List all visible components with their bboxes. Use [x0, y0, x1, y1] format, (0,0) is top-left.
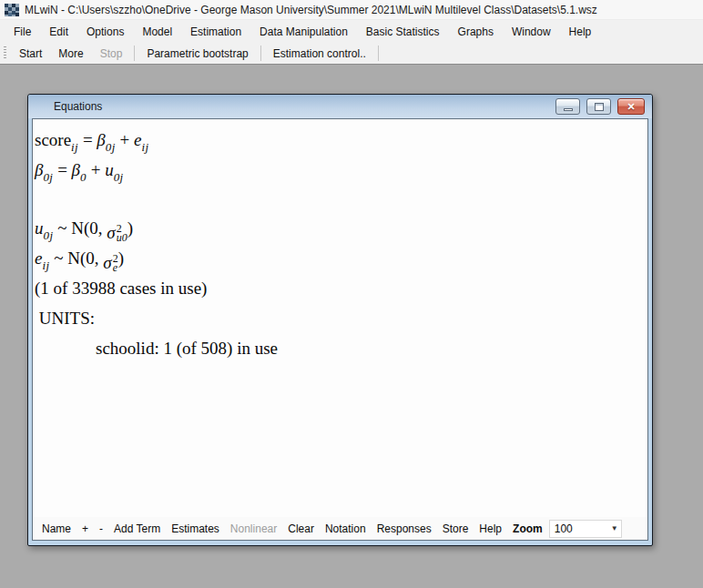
eq-e-distribution[interactable]: eij ~ N(0, σ2e) [35, 243, 644, 273]
menu-help[interactable]: Help [560, 22, 601, 42]
equations-titlebar[interactable]: Equations ✕ [28, 95, 652, 118]
zoom-button[interactable]: Zoom [507, 520, 548, 538]
eq-level2-equation[interactable]: β0j = β0 + u0j [35, 155, 644, 185]
item-button[interactable]: - [94, 520, 108, 538]
eq-level1-equation[interactable]: scoreij = β0j + eij [35, 125, 644, 155]
menu-basic-statistics[interactable]: Basic Statistics [357, 22, 449, 42]
notation-button[interactable]: Notation [320, 520, 372, 538]
app-titlebar[interactable]: MLwiN - C:\Users\szzho\OneDrive - George… [0, 0, 703, 20]
sigma-variance-term: σ2u0 [107, 224, 127, 242]
menu-model[interactable]: Model [133, 22, 181, 42]
sigma-variance-term: σ2e [103, 254, 117, 272]
menu-options[interactable]: Options [77, 22, 133, 42]
maximize-button[interactable] [586, 98, 611, 115]
more-button[interactable]: More [50, 45, 91, 63]
menu-window[interactable]: Window [503, 22, 560, 42]
eq-spacer [35, 185, 644, 213]
equations-window: Equations ✕ scoreij = β0j + eijβ0j = β0 … [27, 94, 653, 546]
eq-cases-in-use: (1 of 33988 cases in use) [35, 273, 644, 303]
help-button[interactable]: Help [474, 520, 507, 538]
eq-units-schoolid: schoolid: 1 (of 508) in use [35, 333, 644, 363]
close-button[interactable]: ✕ [617, 98, 645, 115]
parametric-bootstrap-button[interactable]: Parametric bootstrap [138, 45, 256, 63]
nonlinear-button: Nonlinear [225, 520, 282, 538]
add-term-button[interactable]: Add Term [108, 520, 166, 538]
responses-button[interactable]: Responses [372, 520, 437, 538]
menu-file[interactable]: File [5, 22, 40, 42]
estimation-toolbar: StartMoreStopParametric bootstrapEstimat… [0, 43, 703, 65]
mlwin-app-icon [5, 3, 19, 17]
toolbar-separator [260, 46, 261, 61]
menu-graphs[interactable]: Graphs [449, 22, 503, 42]
estimates-button[interactable]: Estimates [166, 520, 225, 538]
minimize-button[interactable] [555, 98, 580, 115]
equations-window-title: Equations [54, 100, 102, 113]
window-controls: ✕ [555, 98, 645, 115]
dropdown-arrow-icon: ▼ [611, 524, 618, 532]
eq-units-label: UNITS: [35, 303, 644, 333]
toolbar-grip-handle[interactable] [4, 46, 6, 60]
close-icon: ✕ [627, 102, 635, 112]
item-button[interactable]: + [76, 520, 94, 538]
equations-bottom-toolbar: Name+-Add TermEstimatesNonlinearClearNot… [33, 517, 647, 540]
start-button[interactable]: Start [11, 45, 50, 63]
toolbar-separator [134, 46, 135, 61]
screen: MLwiN - C:\Users\szzho\OneDrive - George… [0, 0, 703, 588]
name-button[interactable]: Name [36, 520, 76, 538]
zoom-combobox[interactable]: 100▼ [549, 520, 622, 538]
menubar: FileEditOptionsModelEstimationData Manip… [0, 20, 703, 43]
toolbar-separator [378, 46, 379, 61]
equations-content: scoreij = β0j + eijβ0j = β0 + u0ju0j ~ N… [33, 119, 647, 517]
estimation-control-button[interactable]: Estimation control.. [265, 45, 374, 63]
stop-button: Stop [92, 45, 131, 63]
eq-u-distribution[interactable]: u0j ~ N(0, σ2u0) [35, 213, 644, 243]
app-title: MLwiN - C:\Users\szzho\OneDrive - George… [25, 4, 597, 16]
workspace: Equations ✕ scoreij = β0j + eijβ0j = β0 … [0, 65, 703, 588]
menu-edit[interactable]: Edit [40, 22, 77, 42]
maximize-icon [595, 103, 604, 111]
store-button[interactable]: Store [437, 520, 474, 538]
menu-estimation[interactable]: Estimation [181, 22, 250, 42]
menu-data-manipulation[interactable]: Data Manipulation [250, 22, 357, 42]
clear-button[interactable]: Clear [282, 520, 320, 538]
zoom-value: 100 [555, 522, 573, 535]
equations-body: scoreij = β0j + eijβ0j = β0 + u0ju0j ~ N… [32, 118, 648, 541]
minimize-icon [564, 108, 573, 111]
